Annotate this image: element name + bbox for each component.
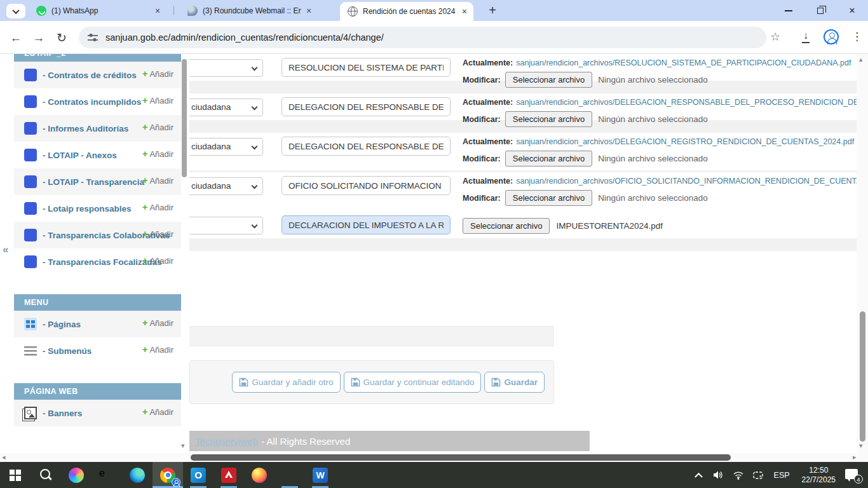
- taskbar-app-button[interactable]: [61, 462, 92, 488]
- title-input[interactable]: [281, 176, 451, 195]
- app-icon: e: [99, 468, 114, 483]
- clock[interactable]: 12:50 22/7/2025: [798, 466, 839, 485]
- language-indicator[interactable]: ESP: [770, 471, 794, 480]
- back-button[interactable]: ←: [8, 30, 24, 46]
- add-link[interactable]: +Añadir: [142, 122, 173, 133]
- category-select[interactable]: [189, 217, 263, 234]
- taskbar-app-button[interactable]: W: [305, 462, 336, 488]
- current-file-link[interactable]: sanjuan/rendicion_archivos/DELEGACION_RE…: [516, 98, 857, 107]
- forward-button[interactable]: →: [31, 30, 47, 46]
- sidebar-item[interactable]: - LOTAIP - Anexos +Añadir: [14, 142, 181, 168]
- vertical-scrollbar-thumb[interactable]: [860, 311, 865, 442]
- save-and-continue-button[interactable]: Guardar y continuar editando: [344, 372, 482, 393]
- taskbar-app-button[interactable]: e: [92, 462, 122, 488]
- tab-search-button[interactable]: [6, 4, 25, 18]
- add-link[interactable]: +Añadir: [142, 344, 173, 355]
- taskbar-app-button[interactable]: [0, 462, 31, 488]
- close-button[interactable]: ×: [836, 0, 868, 21]
- sidebar-item[interactable]: - Transparencias Focalizadas +Añadir: [14, 248, 181, 275]
- sidebar-item[interactable]: - Páginas +Añadir: [14, 311, 181, 337]
- add-link[interactable]: +Añadir: [142, 229, 173, 240]
- reload-button[interactable]: ↻: [53, 30, 70, 46]
- bookmark-star-icon[interactable]: ☆: [770, 30, 780, 44]
- tab-close-icon[interactable]: ×: [306, 6, 311, 15]
- downloads-icon[interactable]: ↓: [802, 29, 810, 43]
- add-link[interactable]: +Añadir: [142, 69, 173, 79]
- tab-rendicion-active[interactable]: Rendición de cuentas 2024 | Mo ×: [340, 2, 473, 21]
- current-file-link[interactable]: sanjuan/rendicion_archivos/DELEGACION_RE…: [516, 137, 854, 146]
- taskbar-app-button[interactable]: [122, 462, 153, 488]
- notification-center-button[interactable]: 4: [844, 467, 863, 484]
- tab-close-icon[interactable]: ×: [462, 7, 467, 16]
- category-select[interactable]: [189, 59, 263, 77]
- volume-icon[interactable]: [711, 468, 726, 483]
- taskbar-app-button[interactable]: [244, 462, 275, 488]
- current-file-link[interactable]: sanjuan/rendicion_archivos/OFICIO_SOLICI…: [516, 177, 857, 186]
- sidebar-scrollbar-thumb[interactable]: [182, 59, 187, 177]
- sidebar-item[interactable]: - Contratos de créditos +Añadir: [14, 62, 181, 88]
- sidebar-item[interactable]: - LOTAIP - Transparencia +Añadir: [14, 168, 181, 195]
- horizontal-scrollbar-thumb[interactable]: [191, 454, 731, 461]
- inline-form-row: ciudadana Actualmente:sanjuan/rendicion_…: [189, 93, 857, 133]
- sidebar-item[interactable]: - Transparencias Colaborativas +Añadir: [14, 222, 181, 248]
- select-file-button[interactable]: Seleccionar archivo: [505, 151, 592, 166]
- title-input[interactable]: [281, 215, 451, 234]
- site-settings-icon[interactable]: [88, 32, 98, 43]
- scroll-up-arrow[interactable]: ▴: [859, 55, 863, 64]
- sidebar-collapse-icon[interactable]: «: [3, 243, 8, 256]
- no-file-selected-text: Ningún archivo seleccionado: [598, 114, 708, 124]
- system-tray: a ESP 12:50 22/7/2025 4: [691, 462, 868, 488]
- tablet-mode-icon[interactable]: a: [750, 468, 766, 483]
- footer-brand-link[interactable]: Tecnoserviweb: [195, 436, 258, 447]
- sidebar-scroll-down-arrow[interactable]: ▾: [181, 442, 185, 450]
- minimize-button[interactable]: [773, 0, 804, 21]
- sidebar-item[interactable]: - Lotaip responsables +Añadir: [14, 195, 181, 222]
- title-input[interactable]: [281, 58, 451, 77]
- title-input[interactable]: [281, 97, 451, 116]
- new-tab-button[interactable]: +: [485, 3, 500, 18]
- select-file-button[interactable]: Seleccionar archivo: [505, 111, 592, 127]
- tab-roundcube[interactable]: (3) Roundcube Webmail :: Entra ×: [180, 0, 320, 21]
- browser-tab-strip: (1) WhatsApp × (3) Roundcube Webmail :: …: [0, 0, 868, 21]
- scroll-down-arrow[interactable]: ▾: [859, 442, 863, 450]
- add-link[interactable]: +Añadir: [142, 175, 173, 186]
- select-file-button[interactable]: Seleccionar archivo: [505, 72, 592, 88]
- taskbar-app-button[interactable]: [275, 462, 305, 488]
- scroll-left-arrow[interactable]: ◂: [2, 453, 6, 461]
- sidebar-item[interactable]: - Contratos incumplidos +Añadir: [14, 88, 181, 115]
- tab-close-icon[interactable]: ×: [155, 6, 160, 15]
- profile-avatar-icon[interactable]: [824, 29, 839, 44]
- sidebar-item[interactable]: - Submenús +Añadir: [14, 337, 181, 364]
- select-file-button[interactable]: Seleccionar archivo: [463, 218, 550, 234]
- url-bar[interactable]: sanjuan.gob.ec/admin/rendicion_cuentas/r…: [79, 27, 766, 48]
- sidebar-item[interactable]: - Banners +Añadir: [14, 400, 181, 426]
- add-link[interactable]: +Añadir: [142, 318, 173, 329]
- title-input[interactable]: [281, 137, 451, 156]
- add-link[interactable]: +Añadir: [142, 95, 173, 106]
- taskbar-app-button[interactable]: [153, 462, 183, 488]
- select-file-button[interactable]: Seleccionar archivo: [505, 190, 592, 206]
- category-select[interactable]: ciudadana: [189, 138, 263, 156]
- current-file-link[interactable]: sanjuan/rendicion_archivos/RESOLUCION_SI…: [516, 58, 851, 67]
- actualmente-label: Actualmente:: [463, 137, 513, 146]
- roundcube-icon: [187, 6, 198, 16]
- add-link[interactable]: +Añadir: [142, 407, 173, 417]
- add-link[interactable]: +Añadir: [142, 202, 173, 213]
- scroll-right-arrow[interactable]: ▸: [853, 453, 857, 461]
- spacer: [14, 275, 181, 294]
- category-select[interactable]: ciudadana: [189, 177, 263, 195]
- category-select[interactable]: ciudadana: [189, 98, 263, 116]
- wifi-icon[interactable]: [731, 468, 746, 483]
- taskbar-app-button[interactable]: [31, 462, 61, 488]
- tab-whatsapp[interactable]: (1) WhatsApp ×: [29, 0, 168, 21]
- add-link[interactable]: +Añadir: [142, 255, 173, 266]
- sidebar-item[interactable]: - Informes Auditorías +Añadir: [14, 115, 181, 142]
- taskbar-app-button[interactable]: O: [183, 462, 214, 488]
- add-link[interactable]: +Añadir: [142, 149, 173, 159]
- maximize-button[interactable]: [804, 0, 836, 21]
- save-and-add-button[interactable]: Guardar y añadir otro: [232, 372, 340, 393]
- taskbar-app-button[interactable]: [214, 462, 244, 488]
- browser-menu-icon[interactable]: ⋮: [851, 30, 862, 43]
- save-button[interactable]: Guardar: [484, 372, 545, 393]
- tray-expand-icon[interactable]: [691, 468, 707, 483]
